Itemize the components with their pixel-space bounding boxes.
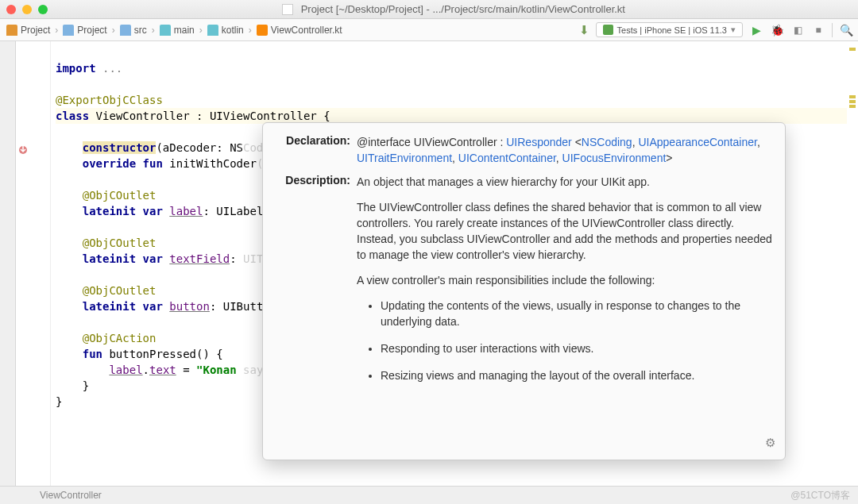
warning-marker[interactable] <box>849 48 856 51</box>
keyword: import <box>56 62 96 75</box>
project-icon <box>6 25 17 36</box>
keyword: fun <box>83 348 102 360</box>
toolbar-right: ⬇ Tests | iPhone SE | iOS 11.3 ▾ ▶ 🐞 ◧ ■… <box>579 22 853 37</box>
folder-icon <box>160 25 171 36</box>
code-text: } <box>56 379 89 392</box>
window-title: Project [~/Desktop/Project] - .../Projec… <box>56 3 852 16</box>
warning-marker[interactable] <box>849 100 856 103</box>
keyword: lateinit var <box>83 205 163 217</box>
annotation: @ObjCOutlet <box>83 237 157 249</box>
doc-link-nscoding[interactable]: NSCoding <box>582 136 632 148</box>
doc-declaration-row: Declaration: @interface UIViewController… <box>276 134 772 166</box>
doc-decl-body: @interface UIViewController : UIResponde… <box>357 134 772 166</box>
crumb-file[interactable]: ViewController.kt <box>255 25 344 36</box>
code-text: : <box>230 252 243 265</box>
doc-paragraph: An object that manages a view hierarchy … <box>357 174 772 190</box>
code-text: : UILabel <box>203 205 263 217</box>
code-text: (aDecoder: NS <box>156 141 243 154</box>
code-text: buttonPressed() { <box>102 348 223 360</box>
chevron-right-icon: › <box>55 25 58 36</box>
crumb-project-root[interactable]: Project <box>5 25 52 36</box>
doc-link-uiappearancecontainer[interactable]: UIAppearanceContainer <box>638 136 756 148</box>
doc-desc-body: An object that manages a view hierarchy … <box>357 174 772 394</box>
debug-button[interactable]: 🐞 <box>770 23 784 37</box>
crumb-src[interactable]: src <box>118 25 149 36</box>
crumb-label: src <box>134 25 147 36</box>
ellipsis: ... <box>102 62 122 75</box>
superclass: UIViewController { <box>210 110 330 122</box>
watermark: @51CTO博客 <box>790 489 850 502</box>
run-config-selector[interactable]: Tests | iPhone SE | iOS 11.3 ▾ <box>596 22 743 37</box>
warning-marker[interactable] <box>849 95 856 98</box>
run-config-label: Tests | iPhone SE | iOS 11.3 <box>617 25 727 35</box>
documentation-popup[interactable]: Declaration: @interface UIViewController… <box>262 122 786 460</box>
gutter[interactable] <box>16 41 51 486</box>
crumb-label: Project <box>21 25 50 36</box>
bracket: < <box>572 136 582 148</box>
annotation: @ExportObjCClass <box>56 94 163 106</box>
document-icon <box>282 4 293 15</box>
crumb-label: kotlin <box>222 25 244 36</box>
doc-paragraph: The UIViewController class defines the s… <box>357 199 772 263</box>
crumb-label: ViewController.kt <box>271 25 342 36</box>
string: "Konan <box>196 364 237 376</box>
doc-paragraph: A view controller's main responsibilitie… <box>357 272 772 288</box>
window-titlebar: Project [~/Desktop/Project] - .../Projec… <box>0 0 858 19</box>
code-text: : <box>190 110 210 122</box>
override-marker-icon[interactable] <box>17 144 29 156</box>
folder-icon <box>63 25 74 36</box>
code-text: initWithCoder <box>163 157 257 170</box>
doc-list: Updating the contents of the views, usua… <box>357 298 772 383</box>
search-icon[interactable]: 🔍 <box>839 23 853 37</box>
property: textField <box>169 252 230 265</box>
chevron-right-icon: › <box>249 25 252 36</box>
class-name: ViewController <box>96 110 190 122</box>
kotlin-file-icon <box>257 25 268 36</box>
folder-icon <box>120 25 131 36</box>
keyword: lateinit var <box>83 252 163 265</box>
caret-line: class ViewController : UIViewController … <box>56 108 847 124</box>
decl-prefix: @interface UIViewController : <box>357 136 506 148</box>
doc-decl-label: Declaration: <box>276 134 357 166</box>
error-stripe[interactable] <box>847 41 858 486</box>
keyword: lateinit var <box>83 300 163 313</box>
crumb-project[interactable]: Project <box>61 25 108 36</box>
gear-icon[interactable]: ⚙ <box>765 436 775 450</box>
minimize-window-button[interactable] <box>22 5 32 14</box>
crumb-kotlin[interactable]: kotlin <box>206 25 245 36</box>
property: label <box>169 205 203 217</box>
warning-marker[interactable] <box>849 105 856 108</box>
doc-list-item: Responding to user interactions with vie… <box>381 340 772 356</box>
breadcrumb: Project › Project › src › main › kotlin … <box>5 25 579 36</box>
folder-icon <box>207 25 218 36</box>
bracket: > <box>666 152 672 164</box>
chevron-right-icon: › <box>152 25 155 36</box>
coverage-button[interactable]: ◧ <box>790 23 805 37</box>
status-breadcrumb[interactable]: ViewController <box>40 490 102 501</box>
annotation: @ObjCOutlet <box>83 284 157 297</box>
close-window-button[interactable] <box>6 5 16 14</box>
keyword: fun <box>143 157 163 170</box>
crumb-main[interactable]: main <box>158 25 196 36</box>
doc-link-uifocusenvironment[interactable]: UIFocusEnvironment <box>562 152 667 164</box>
maximize-window-button[interactable] <box>38 5 48 14</box>
doc-desc-label: Description: <box>276 174 357 394</box>
property: button <box>169 300 210 313</box>
annotation: @ObjCOutlet <box>83 189 157 202</box>
download-icon[interactable]: ⬇ <box>579 23 589 37</box>
doc-link-uitraitenvironment[interactable]: UITraitEnvironment <box>357 152 452 164</box>
doc-link-uiresponder[interactable]: UIResponder <box>506 136 572 148</box>
stop-button[interactable]: ■ <box>811 23 825 37</box>
property: text <box>149 364 176 376</box>
status-bar: ViewController @51CTO博客 <box>0 486 858 504</box>
crumb-label: main <box>174 25 195 36</box>
doc-list-item: Resizing views and managing the layout o… <box>381 367 772 383</box>
test-icon <box>603 25 613 35</box>
doc-description-row: Description: An object that manages a vi… <box>276 174 772 394</box>
annotation: @ObjCAction <box>83 332 157 344</box>
doc-link-uicontentcontainer[interactable]: UIContentContainer <box>458 152 556 164</box>
run-button[interactable]: ▶ <box>749 23 763 37</box>
property: label <box>109 364 142 376</box>
chevron-right-icon: › <box>199 25 203 36</box>
left-tool-stripe[interactable] <box>0 41 16 486</box>
